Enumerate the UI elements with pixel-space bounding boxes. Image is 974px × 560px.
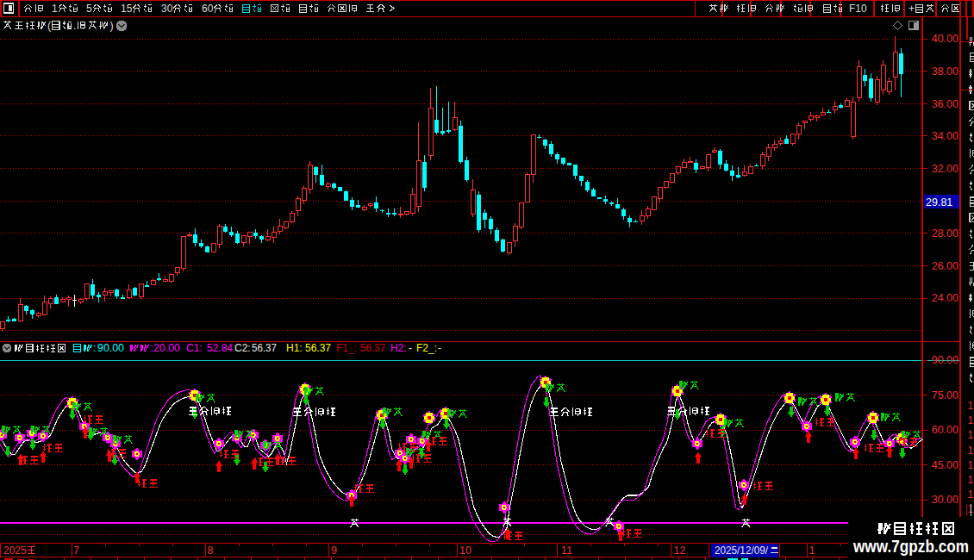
- svg-text:30.00: 30.00: [932, 494, 958, 506]
- svg-text:56.37: 56.37: [360, 342, 385, 354]
- svg-text:75.00: 75.00: [932, 389, 958, 401]
- svg-text:1: 1: [968, 474, 974, 486]
- svg-text:C2:: C2:: [234, 342, 251, 354]
- svg-text:15: 15: [121, 3, 133, 15]
- svg-text:26.00: 26.00: [932, 260, 958, 272]
- svg-text:10: 10: [459, 544, 471, 557]
- svg-text:28.00: 28.00: [932, 227, 958, 240]
- svg-text:52.84: 52.84: [207, 342, 233, 354]
- svg-text:www.7gpzb.com: www.7gpzb.com: [852, 537, 969, 556]
- svg-text:5: 5: [86, 3, 92, 15]
- svg-text:F1_:: F1_:: [336, 342, 357, 354]
- svg-text:1: 1: [809, 544, 815, 557]
- svg-text:36.00: 36.00: [932, 98, 958, 110]
- svg-text:11: 11: [561, 544, 572, 557]
- svg-text:60: 60: [202, 3, 214, 15]
- svg-text::: :: [150, 342, 153, 354]
- svg-text:): ): [110, 20, 114, 32]
- svg-text:C1:: C1:: [186, 342, 203, 354]
- svg-text:.: .: [73, 20, 76, 32]
- svg-text:40.00: 40.00: [932, 33, 958, 45]
- svg-text:12: 12: [674, 544, 686, 557]
- svg-text:-: -: [409, 342, 412, 354]
- svg-text:+: +: [908, 3, 915, 15]
- svg-text:1: 1: [968, 445, 974, 457]
- svg-text:20.00: 20.00: [153, 342, 180, 354]
- svg-text:1: 1: [968, 429, 974, 441]
- svg-text:56.37: 56.37: [305, 342, 331, 354]
- svg-text:1: 1: [968, 459, 974, 471]
- svg-text:1: 1: [968, 400, 974, 412]
- svg-text:90.00: 90.00: [97, 342, 124, 354]
- svg-text:90.00: 90.00: [932, 354, 958, 366]
- svg-text:1: 1: [968, 414, 974, 426]
- svg-text:9: 9: [331, 544, 337, 557]
- svg-text::: :: [93, 342, 96, 354]
- svg-text:60.00: 60.00: [932, 424, 958, 436]
- svg-text:F10: F10: [849, 3, 867, 15]
- svg-text:1: 1: [968, 488, 974, 501]
- svg-text:8: 8: [208, 544, 214, 557]
- svg-text:56.37: 56.37: [252, 342, 277, 354]
- svg-text:32.00: 32.00: [932, 163, 958, 175]
- svg-text:29.81: 29.81: [926, 196, 952, 208]
- svg-text:24.00: 24.00: [932, 292, 958, 304]
- svg-text:45.00: 45.00: [932, 459, 958, 471]
- svg-text:H2:: H2:: [390, 342, 407, 354]
- svg-text:H1:: H1:: [286, 342, 303, 354]
- svg-text:30: 30: [161, 3, 173, 15]
- svg-text:7: 7: [73, 544, 79, 557]
- svg-text:2025/12/09/: 2025/12/09/: [715, 544, 769, 557]
- svg-text:2025: 2025: [3, 544, 27, 557]
- svg-text:1: 1: [52, 3, 58, 15]
- svg-text:F2_:: F2_:: [416, 342, 437, 354]
- svg-text:38.00: 38.00: [932, 65, 958, 78]
- svg-text:34.00: 34.00: [932, 130, 958, 142]
- svg-text:-: -: [438, 342, 441, 354]
